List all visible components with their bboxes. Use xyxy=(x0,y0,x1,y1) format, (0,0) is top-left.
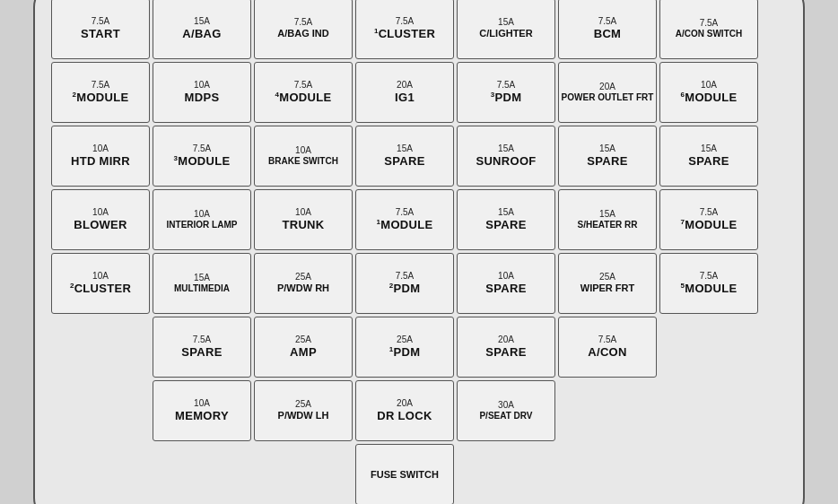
fuse-cell: 30AP/SEAT DRV xyxy=(457,380,555,441)
fuse-label: INTERIOR LAMP xyxy=(167,220,238,230)
fuse-cell: 20AIG1 xyxy=(355,62,454,123)
fuse-amp: 7.5A xyxy=(700,271,719,282)
fuse-cell: 10AINTERIOR LAMP xyxy=(153,189,251,250)
fuse-amp: 7.5A xyxy=(700,18,719,29)
fuse-row: FUSE SWITCH xyxy=(355,444,787,505)
fuse-cell: 7.5ASTART xyxy=(51,0,150,59)
fuse-label: 4MODULE xyxy=(275,91,332,105)
fuse-label: SPARE xyxy=(485,282,526,296)
fuse-cell: 25A1PDM xyxy=(355,317,454,378)
fuse-cell: 7.5AA/CON xyxy=(558,317,657,378)
fuse-amp: 7.5A xyxy=(396,16,415,27)
fuse-amp: 10A xyxy=(92,271,109,282)
fuse-amp: 15A xyxy=(599,143,615,154)
fuse-amp: 20A xyxy=(397,80,413,91)
fuse-cell: 20ADR LOCK xyxy=(355,380,454,441)
fuse-amp: 7.5A xyxy=(294,80,313,91)
fuse-label: IG1 xyxy=(395,91,415,105)
fuse-amp: 25A xyxy=(295,335,311,345)
fuse-cell: 15AS/HEATER RR xyxy=(558,189,657,250)
fuse-cell: 25AWIPER FRT xyxy=(558,253,657,314)
fuse-label: MULTIMEDIA xyxy=(174,283,230,294)
fuse-cell: 7.5ABCM xyxy=(558,0,657,59)
fuse-cell: 15ASUNROOF xyxy=(457,126,555,187)
fuse-amp: 7.5A xyxy=(598,335,617,345)
fuse-label: A/BAG IND xyxy=(277,28,328,39)
fuse-label: 1CLUSTER xyxy=(374,27,435,41)
fuse-amp: 15A xyxy=(701,143,717,154)
fuse-amp: 7.5A xyxy=(92,80,110,91)
fuse-cell: 7.5ASPARE xyxy=(153,317,251,378)
fuse-label: P/WDW LH xyxy=(278,410,329,421)
fuse-cell: 7.5AA/BAG IND xyxy=(254,0,353,59)
fuse-cell: 15ASPARE xyxy=(558,126,657,187)
fuse-label: 7MODULE xyxy=(681,218,738,232)
fuse-cell: 10AMDPS xyxy=(153,62,251,123)
fuse-cell: 10ATRUNK xyxy=(254,189,353,250)
fuse-label: AMP xyxy=(290,345,317,360)
fuse-label: 2MODULE xyxy=(73,91,129,105)
fuse-label: POWER OUTLET FRT xyxy=(562,92,654,103)
fuse-row: 10AHTD MIRR7.5A3MODULE10ABRAKE SWITCH15A… xyxy=(51,126,787,187)
fuse-label: 1MODULE xyxy=(377,218,433,232)
fuse-label: TRUNK xyxy=(283,218,325,232)
fuse-amp: 10A xyxy=(498,271,514,282)
fuse-label: SPARE xyxy=(384,154,424,169)
fuse-cell: 15ASPARE xyxy=(457,189,555,250)
fuse-amp: 25A xyxy=(295,272,311,282)
fuse-cell: 15AMULTIMEDIA xyxy=(153,253,251,314)
fuse-cell: FUSE SWITCH xyxy=(355,444,454,505)
fuse-cell: 7.5A3PDM xyxy=(457,62,555,123)
fuse-cell: 15ASPARE xyxy=(659,126,758,187)
fuse-label: BCM xyxy=(594,27,622,41)
fuse-amp: 15A xyxy=(599,209,615,220)
fuse-label: MEMORY xyxy=(175,409,229,423)
fuse-cell: 7.5AA/CON SWITCH xyxy=(659,0,758,59)
fuse-amp: 10A xyxy=(194,398,210,409)
fuse-amp: 15A xyxy=(194,273,210,283)
fuse-amp: 7.5A xyxy=(193,335,212,345)
fuse-cell: 10A2CLUSTER xyxy=(51,253,150,314)
fuse-label: 6MODULE xyxy=(681,91,738,105)
fuse-amp: 25A xyxy=(295,399,311,410)
fuse-label: BRAKE SWITCH xyxy=(268,156,338,167)
fuse-label: A/CON SWITCH xyxy=(676,29,742,39)
fuse-amp: 7.5A xyxy=(294,17,313,28)
fuse-cell: 7.5A7MODULE xyxy=(659,189,758,250)
fuse-label: WIPER FRT xyxy=(580,282,635,294)
fuse-cell: 15AC/LIGHTER xyxy=(457,0,555,59)
fuse-amp: 7.5A xyxy=(497,80,516,91)
fuse-cell: 10A6MODULE xyxy=(659,62,758,123)
fuse-amp: 30A xyxy=(498,400,514,411)
fuse-cell: 10ABLOWER xyxy=(51,189,150,250)
fuse-amp: 20A xyxy=(397,398,413,409)
fuse-cell: 7.5A2MODULE xyxy=(51,62,150,123)
fuse-label: SPARE xyxy=(485,345,526,360)
fuse-amp: 10A xyxy=(701,80,717,91)
fuse-label: START xyxy=(81,27,120,41)
fuse-amp: 15A xyxy=(498,207,514,218)
fuse-label: 2PDM xyxy=(389,282,421,296)
fuse-cell: 25AP/WDW RH xyxy=(254,253,353,314)
fuse-amp: 15A xyxy=(397,143,413,154)
fuse-row: 7.5ASPARE25AAMP25A1PDM20ASPARE7.5AA/CON xyxy=(153,317,787,378)
fuse-amp: 15A xyxy=(194,16,210,27)
fuse-amp: 10A xyxy=(194,209,210,220)
fuse-label: A/CON xyxy=(588,345,626,360)
fuse-row: 10AMEMORY25AP/WDW LH20ADR LOCK30AP/SEAT … xyxy=(153,380,787,441)
fuse-label: P/WDW RH xyxy=(277,282,329,294)
fuse-amp: 7.5A xyxy=(598,16,617,27)
fuse-label: DR LOCK xyxy=(377,409,432,423)
fuse-label: A/BAG xyxy=(182,27,221,41)
fuse-cell: 10ABRAKE SWITCH xyxy=(254,126,353,187)
fuse-cell: 20ASPARE xyxy=(457,317,555,378)
fuse-amp: 7.5A xyxy=(92,16,110,27)
fuse-grid: 7.5ASTART15AA/BAG7.5AA/BAG IND7.5A1CLUST… xyxy=(51,0,787,504)
fuse-label: 2CLUSTER xyxy=(70,282,131,296)
fuse-label: 1PDM xyxy=(389,345,421,360)
fuse-amp: 7.5A xyxy=(396,271,415,282)
fuse-cell: 10AMEMORY xyxy=(153,380,251,441)
fuse-cell: 7.5A2PDM xyxy=(355,253,454,314)
fuse-amp: 7.5A xyxy=(193,143,212,154)
fuse-label: P/SEAT DRV xyxy=(479,411,532,421)
